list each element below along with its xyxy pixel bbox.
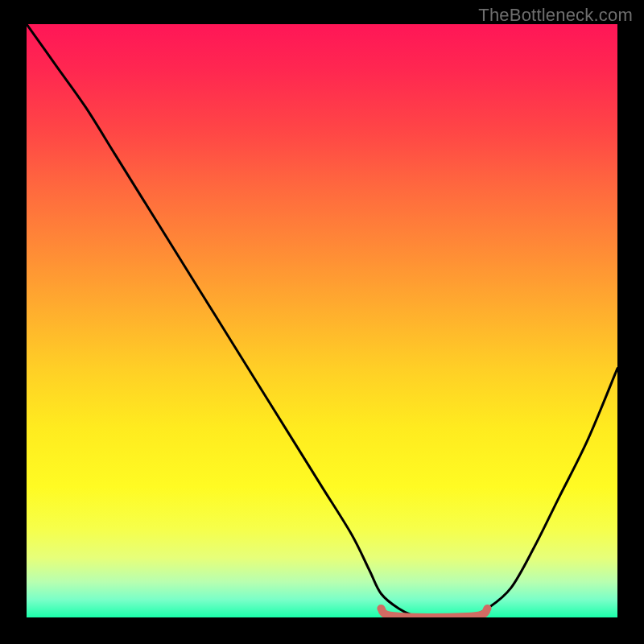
bottleneck-chart — [0, 0, 644, 644]
watermark-text: TheBottleneck.com — [478, 5, 633, 26]
gradient-background — [27, 24, 617, 617]
chart-svg — [0, 0, 644, 644]
